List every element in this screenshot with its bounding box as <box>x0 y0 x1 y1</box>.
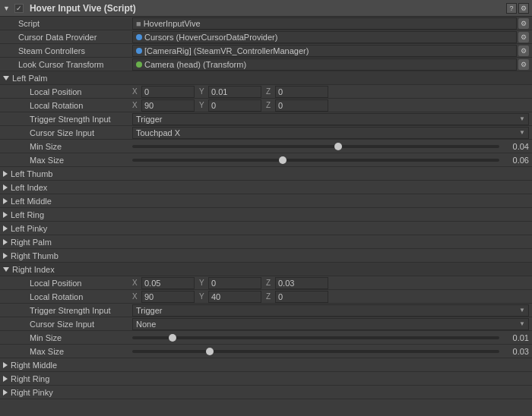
right-thumb-label: Right Thumb <box>11 251 59 260</box>
ri-max-size-track[interactable] <box>132 350 499 353</box>
right-pinky-label: Right Pinky <box>11 388 53 397</box>
script-gear-icon[interactable]: ⚙ <box>518 18 529 29</box>
script-row: Script ■ HoverInputVive ⚙ <box>0 17 532 30</box>
left-palm-local-position-row: Local Position X Y Z <box>0 85 532 99</box>
lp-rot-z[interactable] <box>275 99 328 112</box>
collapse-triangle[interactable]: ▼ <box>3 5 10 12</box>
cursor-data-provider-row: Cursor Data Provider Cursors (HoverCurso… <box>0 30 532 44</box>
ri-rot-x[interactable] <box>141 291 195 303</box>
ri-max-size-slider-container: 0.03 <box>132 347 529 356</box>
right-thumb-header[interactable]: Right Thumb <box>0 249 532 263</box>
left-ring-triangle <box>3 212 8 218</box>
left-index-header[interactable]: Left Index <box>0 181 532 194</box>
lp-rot-x[interactable] <box>141 99 195 112</box>
right-index-label: Right Index <box>12 265 55 274</box>
left-palm-local-rotation-row: Local Rotation X Y Z <box>0 99 532 112</box>
left-pinky-label: Left Pinky <box>11 224 47 233</box>
ri-rot-z[interactable] <box>275 291 328 303</box>
ri-rot-label: Local Rotation <box>3 292 132 301</box>
right-thumb-triangle <box>3 253 8 259</box>
ri-max-size-label: Max Size <box>3 347 132 356</box>
ri-cursor-size-arrow: ▼ <box>519 320 525 327</box>
left-thumb-header[interactable]: Left Thumb <box>0 167 532 181</box>
lp-pos-y[interactable] <box>208 86 261 98</box>
right-index-cursor-size-row: Cursor Size Input None ▼ <box>0 317 532 331</box>
ri-min-size-thumb[interactable] <box>169 334 176 342</box>
right-index-max-size-row: Max Size 0.03 <box>0 345 532 358</box>
lp-min-size-value: 0.04 <box>502 142 529 151</box>
ri-rot-y[interactable] <box>208 291 261 303</box>
script-value-box[interactable]: ■ HoverInputVive <box>132 17 517 30</box>
lp-rot-y[interactable] <box>208 99 261 112</box>
help-icon[interactable]: ? <box>506 3 517 14</box>
lp-cursor-size-arrow: ▼ <box>519 129 525 136</box>
lp-max-size-value: 0.06 <box>502 156 529 165</box>
right-palm-label: Right Palm <box>11 238 52 247</box>
left-pinky-header[interactable]: Left Pinky <box>0 222 532 235</box>
ri-pos-y[interactable] <box>208 277 261 289</box>
lp-cursor-size-label: Cursor Size Input <box>3 128 132 137</box>
ri-pos-x[interactable] <box>141 277 195 289</box>
ri-cursor-size-label: Cursor Size Input <box>3 320 132 329</box>
ri-rot-xyz: X Y Z <box>132 291 529 303</box>
lp-rot-xyz: X Y Z <box>132 99 529 112</box>
lp-pos-xyz: X Y Z <box>132 86 529 98</box>
left-thumb-triangle <box>3 171 8 177</box>
enable-checkbox[interactable]: ✓ <box>14 4 24 13</box>
lp-rot-label: Local Rotation <box>3 101 132 110</box>
lp-min-size-thumb[interactable] <box>334 143 342 150</box>
right-index-min-size-row: Min Size 0.01 <box>0 331 532 345</box>
left-palm-header[interactable]: Left Palm <box>0 71 532 85</box>
ri-pos-label: Local Position <box>3 279 132 288</box>
look-cursor-gear-icon[interactable]: ⚙ <box>518 59 529 70</box>
ri-trigger-arrow: ▼ <box>519 307 525 314</box>
lp-min-size-track[interactable] <box>132 145 499 148</box>
ri-trigger-dropdown[interactable]: Trigger ▼ <box>132 304 529 317</box>
left-ring-header[interactable]: Left Ring <box>0 208 532 222</box>
left-index-triangle <box>3 184 8 191</box>
steam-dot <box>136 48 142 54</box>
lp-pos-x[interactable] <box>141 86 195 98</box>
left-middle-header[interactable]: Left Middle <box>0 194 532 208</box>
look-cursor-label: Look Cursor Transform <box>3 60 132 69</box>
ri-min-size-slider-container: 0.01 <box>132 333 529 342</box>
right-palm-triangle <box>3 239 8 245</box>
right-ring-header[interactable]: Right Ring <box>0 372 532 386</box>
right-middle-label: Right Middle <box>11 361 57 370</box>
ri-min-size-label: Min Size <box>3 333 132 342</box>
right-middle-header[interactable]: Right Middle <box>0 358 532 372</box>
right-index-local-rotation-row: Local Rotation X Y Z <box>0 290 532 304</box>
ri-pos-z[interactable] <box>275 277 328 289</box>
steam-value-box[interactable]: [CameraRig] (SteamVR_ControllerManager) <box>132 45 517 57</box>
ri-max-size-value: 0.03 <box>502 347 529 356</box>
lp-max-size-track[interactable] <box>132 159 499 162</box>
cursor-label: Cursor Data Provider <box>3 33 132 42</box>
lp-max-size-thumb[interactable] <box>279 156 287 164</box>
script-icon: ■ <box>136 19 141 28</box>
left-palm-max-size-row: Max Size 0.06 <box>0 153 532 167</box>
lp-cursor-size-dropdown[interactable]: Touchpad X ▼ <box>132 127 529 139</box>
right-pinky-header[interactable]: Right Pinky <box>0 386 532 399</box>
lp-pos-z[interactable] <box>275 86 328 98</box>
settings-icon[interactable]: ⚙ <box>518 3 529 14</box>
lp-max-size-label: Max Size <box>3 156 132 165</box>
cursor-gear-icon[interactable]: ⚙ <box>518 32 529 43</box>
right-palm-header[interactable]: Right Palm <box>0 235 532 249</box>
ri-cursor-size-dropdown[interactable]: None ▼ <box>132 318 529 330</box>
cursor-value-box[interactable]: Cursors (HoverCursorDataProvider) <box>132 31 517 43</box>
steam-label: Steam Controllers <box>3 46 132 55</box>
left-thumb-label: Left Thumb <box>11 169 52 178</box>
look-cursor-value-box[interactable]: Camera (head) (Transform) <box>132 58 517 71</box>
right-index-header[interactable]: Right Index <box>0 263 532 276</box>
right-index-trigger-row: Trigger Strength Input Trigger ▼ <box>0 304 532 317</box>
lp-max-size-slider-container: 0.06 <box>132 156 529 165</box>
lp-trigger-dropdown[interactable]: Trigger ▼ <box>132 113 529 125</box>
ri-max-size-thumb[interactable] <box>206 348 214 355</box>
left-ring-label: Left Ring <box>11 210 44 219</box>
left-palm-trigger-row: Trigger Strength Input Trigger ▼ <box>0 112 532 126</box>
right-pinky-triangle <box>3 389 8 396</box>
left-index-label: Left Index <box>11 183 47 192</box>
ri-min-size-track[interactable] <box>132 336 499 339</box>
steam-gear-icon[interactable]: ⚙ <box>518 46 529 56</box>
title-text: Hover Input Vive (Script) <box>30 3 136 14</box>
